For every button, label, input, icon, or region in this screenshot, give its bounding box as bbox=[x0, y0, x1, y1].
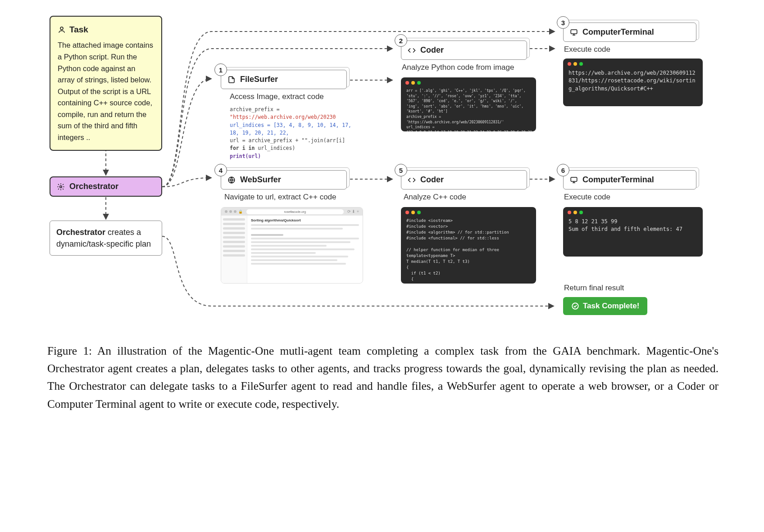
step-3-agent: ComputerTerminal bbox=[582, 27, 654, 37]
svg-point-0 bbox=[60, 27, 63, 30]
step-4-card: 4 WebSurfer bbox=[221, 170, 347, 189]
task-box: Task The attached image contains a Pytho… bbox=[50, 16, 162, 151]
task-body: The attached image contains a Python scr… bbox=[58, 40, 154, 143]
svg-rect-4 bbox=[571, 177, 577, 181]
check-circle-icon bbox=[571, 302, 579, 310]
browser-mock: 🔒 rosettacode.org ⟳ ⬇ + Sorting algorith… bbox=[221, 207, 363, 284]
step-4-agent: WebSurfer bbox=[240, 175, 281, 185]
task-heading: Task bbox=[58, 23, 154, 36]
terminal2-code: 5 8 12 21 35 99 Sum of third and fifth e… bbox=[568, 218, 697, 234]
task-complete-badge: Task Complete! bbox=[563, 297, 647, 315]
file-icon bbox=[227, 76, 236, 84]
step-3-card: 3 ComputerTerminal bbox=[563, 23, 696, 42]
step-2-card: 2 Coder bbox=[401, 41, 527, 60]
plan-box: Orchestrator creates a dynamic/task-spec… bbox=[50, 221, 162, 256]
browser-title: Sorting algorithms/Quicksort bbox=[251, 218, 359, 222]
step-3-sub: Execute code bbox=[564, 45, 610, 54]
terminal1-code: https://web.archive.org/web/202306091128… bbox=[568, 69, 697, 93]
globe-icon bbox=[227, 176, 236, 184]
step-6-badge: 6 bbox=[557, 164, 569, 176]
coder1-code: arr = ['.alg', 'ghi', 'C++', 'jkl', 'tps… bbox=[406, 88, 531, 131]
step-1-badge: 1 bbox=[214, 63, 227, 76]
orchestrator-label: Orchestrator bbox=[69, 182, 118, 191]
coder2-code: #include <iostream> #include <vector> #i… bbox=[406, 218, 531, 284]
filesurfer-code: archive_prefix = "https://web.archive.or… bbox=[230, 106, 354, 160]
browser-url: rosettacode.org bbox=[246, 209, 344, 214]
terminal1-panel: https://web.archive.org/web/202306091128… bbox=[563, 59, 703, 106]
coder2-panel: #include <iostream> #include <vector> #i… bbox=[401, 207, 536, 284]
step-5-badge: 5 bbox=[395, 164, 407, 176]
step-2-badge: 2 bbox=[395, 34, 407, 47]
step-4-sub: Navigate to url, extract C++ code bbox=[224, 193, 337, 202]
plan-prefix: Orchestrator bbox=[56, 228, 105, 237]
return-label: Return final result bbox=[564, 284, 624, 293]
step-6-agent: ComputerTerminal bbox=[582, 175, 654, 185]
code-icon bbox=[408, 176, 416, 184]
terminal2-panel: 5 8 12 21 35 99 Sum of third and fifth e… bbox=[563, 207, 703, 257]
coder1-panel: arr = ['.alg', 'ghi', 'C++', 'jkl', 'tps… bbox=[401, 77, 536, 131]
svg-rect-2 bbox=[571, 30, 577, 34]
step-2-agent: Coder bbox=[420, 45, 444, 55]
step-1-agent: FileSurfer bbox=[240, 75, 278, 84]
monitor-icon bbox=[570, 176, 578, 184]
step-6-card: 6 ComputerTerminal bbox=[563, 170, 696, 189]
step-6-sub: Execute code bbox=[564, 193, 610, 202]
step-1-card: 1 FileSurfer bbox=[221, 70, 347, 89]
step-5-sub: Analyze C++ code bbox=[404, 193, 466, 202]
step-4-badge: 4 bbox=[214, 164, 227, 176]
figure-caption: Figure 1: An illustration of the Magenti… bbox=[47, 342, 719, 413]
diagram-root: Task The attached image contains a Pytho… bbox=[0, 0, 764, 14]
step-3-badge: 3 bbox=[557, 16, 569, 29]
code-icon bbox=[408, 46, 416, 54]
step-2-sub: Analyze Python code from image bbox=[402, 63, 514, 72]
svg-point-1 bbox=[60, 185, 62, 188]
step-1-sub: Access Image, extract code bbox=[230, 92, 324, 101]
gear-icon bbox=[57, 183, 65, 191]
monitor-icon bbox=[570, 28, 578, 36]
step-5-agent: Coder bbox=[420, 175, 444, 185]
step-5-card: 5 Coder bbox=[401, 170, 527, 189]
user-icon bbox=[58, 26, 66, 34]
orchestrator-box: Orchestrator bbox=[50, 176, 162, 197]
